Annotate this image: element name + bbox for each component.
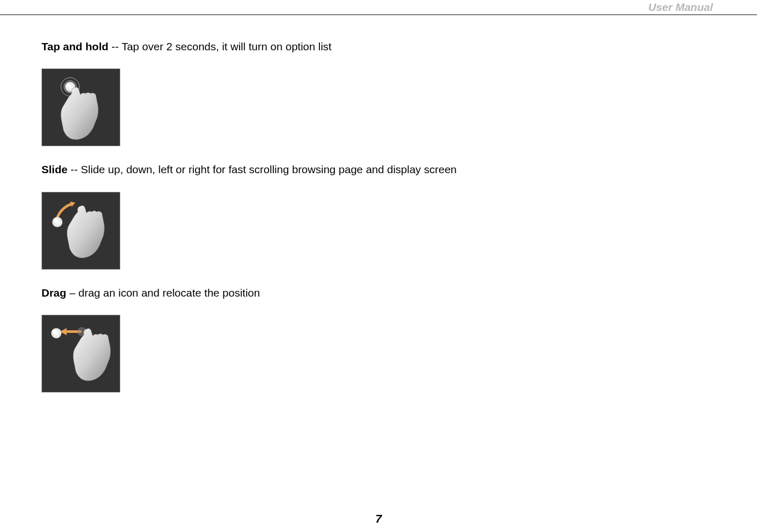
slide-icon <box>42 192 120 269</box>
header-title: User Manual <box>648 1 713 13</box>
gesture-drag-text: Drag – drag an icon and relocate the pos… <box>41 285 716 300</box>
gesture-tap-hold-label: Tap and hold <box>41 40 108 52</box>
gesture-drag-label: Drag <box>41 287 66 299</box>
svg-point-4 <box>52 217 63 227</box>
svg-point-7 <box>51 328 62 339</box>
gesture-slide-description: Slide up, down, left or right for fast s… <box>81 163 457 175</box>
gesture-slide-separator: -- <box>67 163 81 175</box>
gesture-slide-label: Slide <box>41 163 67 175</box>
svg-point-5 <box>54 218 58 222</box>
gesture-tap-hold-section: Tap and hold -- Tap over 2 seconds, it w… <box>41 39 716 146</box>
gesture-tap-hold-text: Tap and hold -- Tap over 2 seconds, it w… <box>41 39 716 54</box>
gesture-slide-text: Slide -- Slide up, down, left or right f… <box>41 162 716 177</box>
gesture-tap-hold-description: Tap over 2 seconds, it will turn on opti… <box>121 40 331 52</box>
tap-hold-icon <box>42 69 120 146</box>
svg-point-3 <box>66 83 71 88</box>
svg-point-8 <box>53 330 57 334</box>
gesture-tap-hold-image <box>41 68 120 146</box>
page-content: Tap and hold -- Tap over 2 seconds, it w… <box>41 0 716 393</box>
gesture-drag-separator: – <box>66 287 78 299</box>
gesture-drag-section: Drag – drag an icon and relocate the pos… <box>41 285 716 393</box>
gesture-slide-section: Slide -- Slide up, down, left or right f… <box>41 162 716 269</box>
drag-icon <box>42 315 120 392</box>
header-divider <box>0 15 757 15</box>
gesture-tap-hold-separator: -- <box>108 40 121 52</box>
page-number: 7 <box>375 512 382 526</box>
gesture-slide-image <box>41 192 120 270</box>
gesture-drag-description: drag an icon and relocate the position <box>78 287 260 299</box>
gesture-drag-image <box>41 315 120 393</box>
